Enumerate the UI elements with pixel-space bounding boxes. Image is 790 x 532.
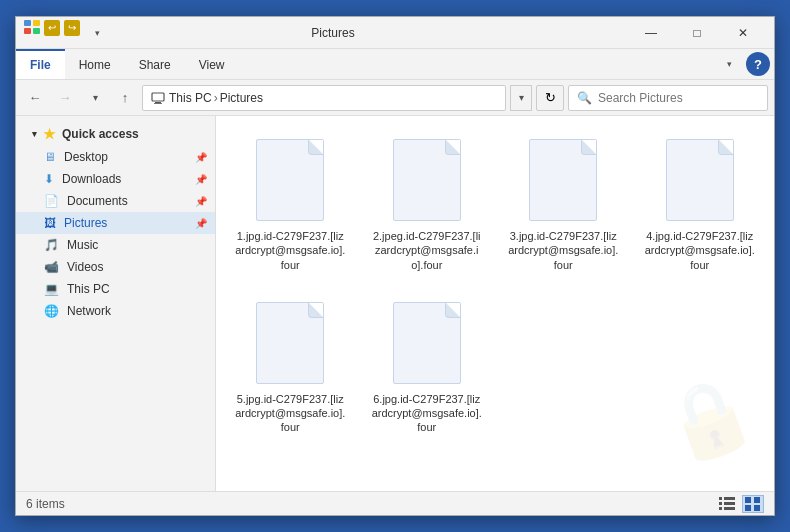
documents-icon: 📄 xyxy=(44,194,59,208)
file-item-4[interactable]: 4.jpg.id-C279F237.[lizardcrypt@msgsafe.i… xyxy=(636,126,765,281)
sidebar-label-desktop: Desktop xyxy=(64,150,108,164)
address-bar: ← → ▾ ↑ This PC › Pictures ▾ ↻ 🔍 xyxy=(16,80,774,116)
close-button[interactable]: ✕ xyxy=(720,17,766,49)
file-icon-wrapper-4 xyxy=(660,135,740,225)
svg-rect-12 xyxy=(724,507,735,510)
file-doc-icon-3 xyxy=(529,139,597,221)
pin-icon-downloads: 📌 xyxy=(195,174,207,185)
help-button[interactable]: ? xyxy=(746,52,770,76)
file-name-5: 5.jpg.id-C279F237.[lizardcrypt@msgsafe.i… xyxy=(235,392,346,435)
chevron-down-icon: ▾ xyxy=(32,129,37,139)
svg-rect-16 xyxy=(754,505,760,511)
sidebar-label-videos: Videos xyxy=(67,260,103,274)
desktop-icon: 🖥 xyxy=(44,150,56,164)
file-doc-icon-1 xyxy=(256,139,324,221)
sidebar-label-downloads: Downloads xyxy=(62,172,121,186)
sidebar-label-documents: Documents xyxy=(67,194,128,208)
status-bar: 6 items xyxy=(16,491,774,515)
svg-rect-4 xyxy=(152,93,164,101)
up-dropdown[interactable]: ▾ xyxy=(82,85,108,111)
search-input[interactable] xyxy=(598,91,759,105)
minimize-button[interactable]: — xyxy=(628,17,674,49)
file-area: 1.jpg.id-C279F237.[lizardcrypt@msgsafe.i… xyxy=(216,116,774,491)
address-path[interactable]: This PC › Pictures xyxy=(142,85,506,111)
file-item-5[interactable]: 5.jpg.id-C279F237.[lizardcrypt@msgsafe.i… xyxy=(226,289,355,444)
sidebar-item-downloads[interactable]: ⬇ Downloads 📌 xyxy=(16,168,215,190)
file-doc-icon-2 xyxy=(393,139,461,221)
network-icon: 🌐 xyxy=(44,304,59,318)
file-item-3[interactable]: 3.jpg.id-C279F237.[lizardcrypt@msgsafe.i… xyxy=(499,126,628,281)
forward-button[interactable]: → xyxy=(52,85,78,111)
search-icon: 🔍 xyxy=(577,91,592,105)
up-button[interactable]: ↑ xyxy=(112,85,138,111)
refresh-button[interactable]: ↻ xyxy=(536,85,564,111)
view-controls xyxy=(716,495,764,513)
svg-rect-0 xyxy=(24,20,31,26)
sidebar-item-desktop[interactable]: 🖥 Desktop 📌 xyxy=(16,146,215,168)
svg-rect-9 xyxy=(719,502,722,505)
pin-icon-desktop: 📌 xyxy=(195,152,207,163)
file-item-1[interactable]: 1.jpg.id-C279F237.[lizardcrypt@msgsafe.i… xyxy=(226,126,355,281)
tab-home[interactable]: Home xyxy=(65,49,125,79)
list-view-button[interactable] xyxy=(716,495,738,513)
svg-rect-2 xyxy=(24,28,31,34)
file-item-2[interactable]: 2.jpeg.id-C279F237.[lizardcrypt@msgsafe.… xyxy=(363,126,492,281)
sidebar-item-network[interactable]: 🌐 Network xyxy=(16,300,215,322)
svg-rect-10 xyxy=(724,502,735,505)
sidebar-item-music[interactable]: 🎵 Music xyxy=(16,234,215,256)
svg-rect-8 xyxy=(724,497,735,500)
svg-rect-13 xyxy=(745,497,751,503)
file-name-3: 3.jpg.id-C279F237.[lizardcrypt@msgsafe.i… xyxy=(508,229,619,272)
pictures-icon: 🖼 xyxy=(44,216,56,230)
file-icon-wrapper-6 xyxy=(387,298,467,388)
title-bar: ↩ ↪ ▾ Pictures — □ ✕ xyxy=(16,17,774,49)
file-icon-wrapper-5 xyxy=(250,298,330,388)
sidebar-label-pictures: Pictures xyxy=(64,216,107,230)
tab-view[interactable]: View xyxy=(185,49,239,79)
quick-access-label: Quick access xyxy=(62,127,139,141)
window-controls: — □ ✕ xyxy=(628,17,766,49)
sidebar-item-documents[interactable]: 📄 Documents 📌 xyxy=(16,190,215,212)
sidebar-label-music: Music xyxy=(67,238,98,252)
svg-rect-7 xyxy=(719,497,722,500)
file-icon-wrapper-2 xyxy=(387,135,467,225)
sidebar-item-this-pc[interactable]: 💻 This PC xyxy=(16,278,215,300)
file-doc-icon-5 xyxy=(256,302,324,384)
file-icon-wrapper-1 xyxy=(250,135,330,225)
sidebar-item-pictures[interactable]: 🖼 Pictures 📌 xyxy=(16,212,215,234)
window-title: Pictures xyxy=(38,26,628,40)
ribbon-collapse[interactable]: ▾ xyxy=(716,51,742,77)
large-icons-view-button[interactable] xyxy=(742,495,764,513)
file-doc-icon-4 xyxy=(666,139,734,221)
explorer-window: ↩ ↪ ▾ Pictures — □ ✕ File Home Share Vie… xyxy=(15,16,775,516)
watermark: 🔒 xyxy=(652,363,766,474)
tab-share[interactable]: Share xyxy=(125,49,185,79)
file-item-6[interactable]: 6.jpg.id-C279F237.[lizardcrypt@msgsafe.i… xyxy=(363,289,492,444)
back-button[interactable]: ← xyxy=(22,85,48,111)
ribbon: File Home Share View ▾ ? xyxy=(16,49,774,80)
item-count: 6 items xyxy=(26,497,65,511)
file-name-4: 4.jpg.id-C279F237.[lizardcrypt@msgsafe.i… xyxy=(645,229,756,272)
svg-rect-6 xyxy=(154,103,162,104)
main-content: ▾ ★ Quick access 🖥 Desktop 📌 ⬇ Downloads… xyxy=(16,116,774,491)
videos-icon: 📹 xyxy=(44,260,59,274)
download-icon: ⬇ xyxy=(44,172,54,186)
path-pictures[interactable]: Pictures xyxy=(220,91,263,105)
pin-icon-pictures: 📌 xyxy=(195,218,207,229)
sidebar: ▾ ★ Quick access 🖥 Desktop 📌 ⬇ Downloads… xyxy=(16,116,216,491)
ribbon-tabs: File Home Share View ▾ ? xyxy=(16,49,774,79)
address-dropdown[interactable]: ▾ xyxy=(510,85,532,111)
tab-file[interactable]: File xyxy=(16,49,65,79)
file-name-1: 1.jpg.id-C279F237.[lizardcrypt@msgsafe.i… xyxy=(235,229,346,272)
svg-rect-11 xyxy=(719,507,722,510)
file-doc-icon-6 xyxy=(393,302,461,384)
sidebar-label-this-pc: This PC xyxy=(67,282,110,296)
path-this-pc[interactable]: This PC xyxy=(169,91,212,105)
pc-icon xyxy=(151,92,165,104)
quick-access-header[interactable]: ▾ ★ Quick access xyxy=(16,122,215,146)
pin-icon-documents: 📌 xyxy=(195,196,207,207)
file-name-6: 6.jpg.id-C279F237.[lizardcrypt@msgsafe.i… xyxy=(372,392,483,435)
search-box[interactable]: 🔍 xyxy=(568,85,768,111)
maximize-button[interactable]: □ xyxy=(674,17,720,49)
sidebar-item-videos[interactable]: 📹 Videos xyxy=(16,256,215,278)
